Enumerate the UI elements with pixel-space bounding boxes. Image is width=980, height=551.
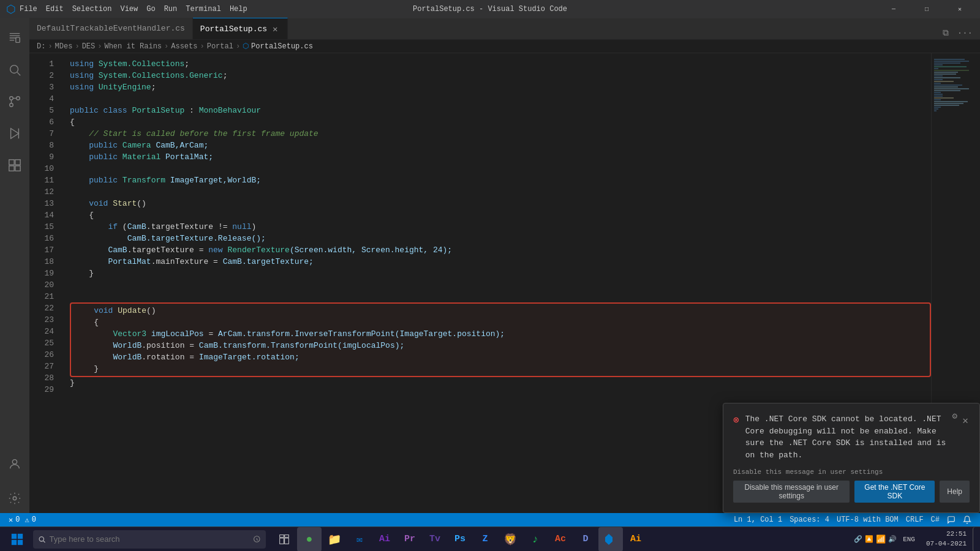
start-button[interactable]: [2, 527, 32, 552]
notification-error-icon: ⊗: [733, 414, 739, 426]
status-feedback[interactable]: [943, 513, 959, 527]
taskbar-illustrator[interactable]: Ai: [624, 527, 648, 552]
menu-edit[interactable]: Edit: [46, 5, 64, 13]
taskbar-twitch[interactable]: Tv: [423, 527, 447, 552]
svg-marker-8: [11, 129, 19, 139]
split-editor-button[interactable]: ⧉: [940, 27, 951, 39]
taskbar-adobe[interactable]: Ac: [548, 527, 573, 552]
menu-file[interactable]: File: [20, 5, 37, 13]
code-line-16: CamB.targetTexture.Release();: [70, 233, 931, 244]
code-line-18: PortalMat.mainTexture = CamB.targetTextu…: [70, 256, 931, 268]
svg-rect-11: [15, 160, 20, 165]
tab-inactive-label: DefaultTrackableEventHandler.cs: [37, 24, 185, 33]
maximize-button[interactable]: □: [913, 0, 941, 18]
notification-disable-message: Disable this message in user settings: [733, 468, 970, 476]
breadcrumb-when-it-rains[interactable]: When it Rains: [104, 42, 162, 51]
taskbar-zoom[interactable]: Z: [473, 527, 497, 552]
notification-actions: Disable this message in user settings Ge…: [733, 481, 970, 503]
lang-label[interactable]: ENG: [903, 536, 915, 543]
taskbar-spotify[interactable]: ♪: [523, 527, 548, 552]
breadcrumb-assets[interactable]: Assets: [171, 42, 197, 51]
line-numbers: 1234 5678 9101112 13141516 17181920 2122…: [29, 53, 60, 513]
clock-date: 07-04-2021: [926, 539, 967, 549]
taskbar-search[interactable]: [33, 530, 266, 549]
clock-time: 22:51: [926, 530, 967, 539]
status-errors[interactable]: ✕ 0 ⚠ 0: [5, 513, 40, 527]
code-line-11: public Transform ImageTarget,WorldB;: [70, 174, 931, 186]
code-line-12: [70, 186, 931, 198]
notification-close-button[interactable]: ✕: [961, 413, 970, 428]
code-line-3: using UnityEngine;: [70, 81, 931, 93]
taskbar-vscode[interactable]: [598, 527, 623, 552]
svg-rect-24: [280, 538, 284, 544]
code-line-21: [70, 291, 931, 302]
taskbar-task-view[interactable]: [272, 527, 296, 552]
code-line-10: [70, 163, 931, 174]
taskbar-explorer[interactable]: 📁: [322, 527, 347, 552]
status-ln-col[interactable]: Ln 1, Col 1: [730, 513, 786, 527]
tab-default-trackable[interactable]: DefaultTrackableEventHandler.cs: [29, 18, 193, 39]
warning-icon: ⚠: [24, 515, 29, 525]
code-line-19: }: [70, 268, 931, 279]
taskbar-discord[interactable]: D: [573, 527, 598, 552]
activity-extensions[interactable]: [0, 151, 29, 180]
status-spaces[interactable]: Spaces: 4: [786, 513, 833, 527]
volume-icon[interactable]: 🔊: [888, 535, 897, 543]
activity-settings[interactable]: [0, 484, 29, 513]
taskbar-ps[interactable]: Ps: [448, 527, 472, 552]
activity-account[interactable]: [0, 452, 29, 481]
svg-point-14: [12, 460, 17, 464]
tab-close-button[interactable]: ✕: [271, 23, 279, 35]
code-line-2: using System.Collections.Generic;: [70, 70, 931, 81]
svg-rect-18: [12, 539, 17, 544]
taskbar-icons: ● 📁 ✉ Ai Pr Tv Ps Z 🦁 ♪ Ac D Ai: [272, 527, 648, 552]
taskbar-premiere[interactable]: Pr: [398, 527, 422, 552]
close-button[interactable]: ✕: [946, 0, 974, 18]
wifi-icon[interactable]: 📶: [876, 534, 886, 544]
status-encoding[interactable]: UTF-8 with BOM: [833, 513, 902, 527]
menu-go[interactable]: Go: [146, 5, 155, 13]
minimize-button[interactable]: ─: [880, 0, 908, 18]
menu-view[interactable]: View: [120, 5, 138, 13]
notification: ⊗ The .NET Core SDK cannot be located. .…: [723, 403, 980, 513]
network-icon[interactable]: 🔗: [854, 535, 862, 543]
svg-rect-13: [15, 166, 20, 171]
svg-point-1: [10, 66, 18, 73]
activity-search[interactable]: [0, 55, 29, 84]
activity-explorer[interactable]: [0, 23, 29, 53]
breadcrumb-mdes[interactable]: MDes: [55, 42, 73, 51]
code-line-1: using System.Collections;: [70, 58, 931, 70]
activity-source-control[interactable]: [0, 87, 29, 116]
taskbar-brave[interactable]: 🦁: [498, 527, 522, 552]
get-dotnet-sdk-button[interactable]: Get the .NET Core SDK: [854, 481, 935, 503]
svg-line-2: [17, 72, 20, 75]
status-eol[interactable]: CRLF: [902, 513, 927, 527]
menu-terminal[interactable]: Terminal: [186, 5, 221, 13]
taskbar-chrome[interactable]: ●: [297, 527, 322, 552]
status-language[interactable]: C#: [927, 513, 943, 527]
menu-run[interactable]: Run: [164, 5, 178, 13]
more-actions-button[interactable]: ···: [955, 27, 975, 39]
breadcrumb-des[interactable]: DES: [82, 42, 96, 51]
svg-point-3: [10, 103, 13, 107]
disable-message-button[interactable]: Disable this message in user settings: [733, 481, 850, 503]
show-desktop[interactable]: [973, 527, 978, 552]
menu-selection[interactable]: Selection: [72, 5, 112, 13]
breadcrumb-portal[interactable]: Portal: [207, 42, 233, 51]
window-title: PortalSetup.cs - Visual Studio Code: [413, 5, 567, 13]
taskbar-ai[interactable]: Ai: [372, 527, 397, 552]
menu-help[interactable]: Help: [230, 5, 247, 13]
notification-settings-icon[interactable]: ⚙: [952, 411, 957, 421]
search-input[interactable]: [50, 534, 250, 544]
taskbar-email[interactable]: ✉: [347, 527, 372, 552]
breadcrumb-d[interactable]: D:: [37, 42, 45, 51]
tab-portal-setup[interactable]: PortalSetup.cs ✕: [193, 18, 288, 39]
activity-run[interactable]: [0, 119, 29, 148]
tray-arrow[interactable]: 🔼: [865, 535, 873, 543]
code-line-7: // Start is called before the first fram…: [70, 128, 931, 140]
code-line-5: public class PortalSetup : MonoBehaviour: [70, 105, 931, 116]
breadcrumb-file[interactable]: ⬡ PortalSetup.cs: [243, 42, 313, 51]
help-button[interactable]: Help: [940, 481, 970, 503]
svg-rect-0: [16, 37, 20, 42]
status-bell[interactable]: [959, 513, 975, 527]
